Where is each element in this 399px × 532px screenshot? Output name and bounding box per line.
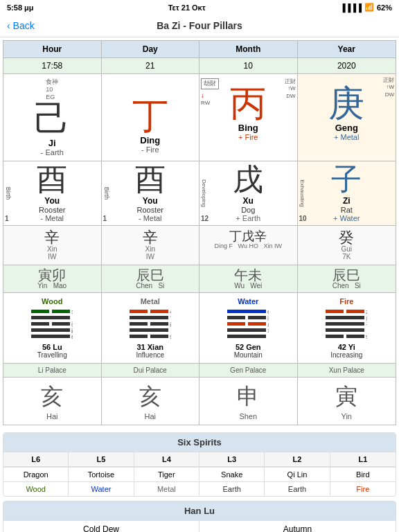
svg-text:2: 2 <box>366 309 367 315</box>
svg-text:丁: 丁 <box>170 316 171 321</box>
hexagram-year: Fire 2 庚 子 9 42 Yi Increasing <box>298 293 396 363</box>
year-branch-name: Zi <box>343 196 351 206</box>
palace-day-label: Dui Palace <box>134 366 167 374</box>
hex-year-name: Increasing <box>330 351 362 359</box>
palace-year-label: Xun Palace <box>329 366 364 374</box>
svg-text:9: 9 <box>170 334 171 340</box>
branch2-hour-chars: 寅卯 <box>38 268 66 282</box>
svg-text:6: 6 <box>267 309 269 315</box>
palace-day: Dui Palace <box>102 364 200 377</box>
svg-rect-25 <box>248 316 266 319</box>
hidden-day: 辛 XinIW <box>102 226 200 265</box>
day-branch-name: You <box>143 196 158 206</box>
branch2-day-label: Chen Si <box>136 282 164 290</box>
extra-branch-row: 亥 Hai 亥 Hai 申 Shen 寅 Yin <box>3 378 396 425</box>
hour-small-chars: 食神10EG <box>46 78 58 100</box>
svg-text:酉: 酉 <box>170 322 171 327</box>
hour-branch-element: - Metal <box>40 214 64 222</box>
hex-day-number: 31 Xian <box>136 343 163 351</box>
svg-rect-34 <box>326 310 344 313</box>
branch-day: Birth 1 酉 You Rooster - Metal <box>102 161 200 225</box>
six-bird-elem: Fire <box>330 482 396 496</box>
pillars-section: Hour Day Month Year 17:58 21 10 2020 食神1… <box>0 37 399 428</box>
branch2-hour-label: Yin Mao <box>37 282 66 290</box>
status-day: Τετ 21 Οκτ <box>168 3 206 12</box>
hidden-month: 丁戊辛 Ding F Wu HO Xin IW <box>200 226 298 265</box>
heaven-stems-row: 食神10EG 己 Ji - Earth 丁 Ding - Fire 劫財 ↓ R… <box>3 74 396 161</box>
six-spirits-names: Dragon Tortoise Tiger Snake Qi Lin Bird <box>3 467 396 481</box>
main-content: Hour Day Month Year 17:58 21 10 2020 食神1… <box>0 37 399 532</box>
six-spirits-section: Six Spirits L6 L5 L4 L3 L2 L1 Dragon Tor… <box>3 432 396 497</box>
svg-rect-35 <box>346 310 364 313</box>
hexagram-hour: Wood 3 己 酉 8 56 Lu Travelling <box>3 293 102 363</box>
hex-hour-name: Travelling <box>37 351 67 359</box>
branch-hour: Birth 1 酉 You Rooster - Metal <box>3 161 102 225</box>
col-month: Month <box>200 41 298 57</box>
day-stem-char: 丁 <box>132 98 168 134</box>
svg-text:1: 1 <box>267 328 269 333</box>
han-lu-subtitles: Cold Dew Autumn <box>3 520 396 532</box>
hex-year-element: Fire <box>339 297 353 305</box>
branch2-year: 辰巳 Chen Si <box>298 265 396 292</box>
svg-text:子: 子 <box>366 322 367 327</box>
svg-rect-3 <box>31 322 49 326</box>
svg-text:丙: 丙 <box>267 316 269 321</box>
hidden-hour: 辛 XinIW <box>3 226 102 265</box>
hex-month-name: Mountain <box>234 351 263 359</box>
year-branch-animal: Rat <box>341 206 353 214</box>
svg-text:9: 9 <box>366 334 367 340</box>
hidden-hour-chars: 辛 <box>44 230 60 245</box>
heaven-hour: 食神10EG 己 Ji - Earth <box>3 74 102 161</box>
svg-rect-11 <box>130 310 148 313</box>
col-hour: Hour <box>3 41 102 57</box>
signal-icon: ▐▐▐▐ <box>340 3 362 12</box>
status-time: 5:58 μμ <box>7 3 34 12</box>
hidden-year: 癸 Gui7K <box>298 226 396 265</box>
time-year: 2020 <box>298 58 396 73</box>
col-day: Day <box>102 41 200 57</box>
svg-text:己: 己 <box>71 321 73 328</box>
nav-bar: ‹ Back Ba Zi - Four Pillars <box>0 15 399 37</box>
svg-text:4: 4 <box>170 309 171 315</box>
day-stem-element: - Fire <box>141 145 159 154</box>
han-lu-autumn: Autumn <box>200 521 396 532</box>
day-branch-char: 酉 <box>135 164 166 195</box>
svg-rect-13 <box>130 316 168 319</box>
hidden-stems-row: 辛 XinIW 辛 XinIW 丁戊辛 Ding F Wu HO Xin IW … <box>3 226 396 265</box>
six-qilin: Qi Lin <box>265 468 330 481</box>
branch2-day-chars: 辰巳 <box>136 268 164 282</box>
six-l4-header: L4 <box>134 452 200 467</box>
hidden-hour-labels: XinIW <box>47 245 57 260</box>
branch-month: Developing 12 戌 Xu Dog + Earth <box>200 161 298 225</box>
hex-hour-element: Wood <box>42 297 62 305</box>
palace-hour: Li Palace <box>3 364 102 377</box>
svg-rect-36 <box>326 316 364 319</box>
hex-year-svg: 2 庚 子 9 <box>326 308 367 343</box>
month-stem-element: + Fire <box>238 133 258 141</box>
time-day: 21 <box>102 58 200 73</box>
six-snake: Snake <box>200 468 265 481</box>
svg-text:3: 3 <box>71 309 73 315</box>
palace-hour-label: Li Palace <box>38 366 66 374</box>
svg-rect-24 <box>227 316 245 319</box>
hour-birth-tag: Birth <box>5 187 12 200</box>
six-tortoise-elem: Water <box>69 482 134 496</box>
hidden-month-chars: 丁戊辛 <box>229 230 267 242</box>
svg-rect-17 <box>130 335 148 338</box>
month-branch-char: 戌 <box>233 164 263 195</box>
svg-rect-27 <box>248 322 266 326</box>
branch2-month: 午未 Wu Wei <box>200 265 298 292</box>
extra-month: 申 Shen <box>200 378 298 425</box>
hex-month-element: Water <box>238 297 258 305</box>
hex-month-number: 52 Gen <box>236 343 261 351</box>
six-tiger-elem: Metal <box>134 482 200 496</box>
svg-rect-14 <box>130 322 148 326</box>
svg-rect-18 <box>150 335 168 338</box>
month-stem-char: 丙 <box>230 85 266 121</box>
svg-rect-16 <box>130 328 168 332</box>
hour-branch-animal: Rooster <box>39 206 66 214</box>
time-month: 10 <box>200 58 298 73</box>
extra-hour-label: Hai <box>46 412 58 420</box>
back-button[interactable]: ‹ Back <box>7 20 35 31</box>
earth-branches2-row: 寅卯 Yin Mao 辰巳 Chen Si 午未 Wu Wei 辰巳 Chen … <box>3 265 396 293</box>
